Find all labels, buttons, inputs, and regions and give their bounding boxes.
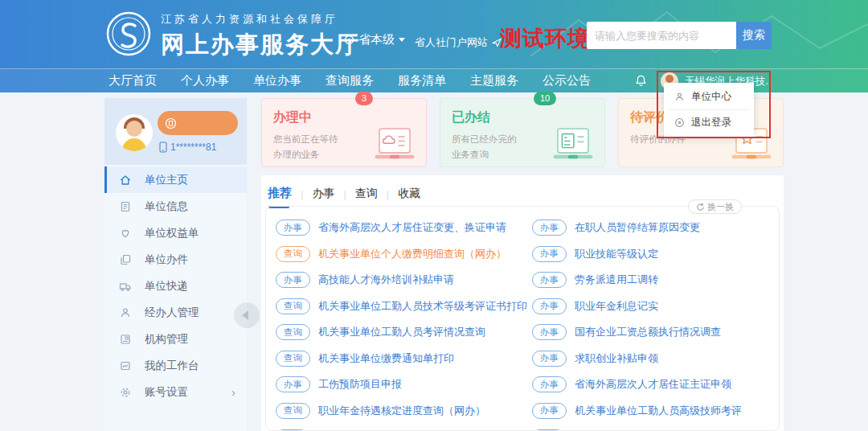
service-tag: 办事 <box>532 272 567 288</box>
sidebar-item-label: 经办人管理 <box>145 306 199 320</box>
test-environment-badge: 测试环境 <box>500 24 590 53</box>
service-list: 办事省海外高层次人才居住证变更、换证申请 查询机关事业单位个人缴费明细查询（网办… <box>265 206 780 431</box>
service-tag: 查询 <box>276 403 310 419</box>
laptop-checklist-icon <box>550 127 596 162</box>
card-title: 办理中 <box>273 109 415 126</box>
dropdown-item-unit-center[interactable]: 单位中心 <box>664 84 754 109</box>
service-tag: 办事 <box>532 220 567 236</box>
services-panel: 推荐 | 办事 | 查询 | 收藏 换一换 办事省海外高层次人才居住证变更、换证… <box>261 175 784 431</box>
card-completed[interactable]: 10 已办结 所有已经办完的 业务查询 <box>440 98 605 167</box>
service-column-right: 办事在职人员暂停结算原因变更 办事职业技能等级认定 办事劳务派遣用工调转 办事职… <box>522 215 779 430</box>
region-selector[interactable]: 省本级 <box>344 32 405 47</box>
tab-favorites[interactable]: 收藏 <box>398 187 420 208</box>
service-row[interactable]: 办事国有企业工资总额执行情况调查 <box>522 319 779 346</box>
workbench-chart-icon <box>119 359 132 372</box>
region-label: 省本级 <box>358 32 395 47</box>
user-dropdown-menu: 单位中心 退出登录 <box>664 83 754 137</box>
copy-icon <box>119 253 132 266</box>
sidebar-item-label: 我的工作台 <box>145 359 199 373</box>
sidebar-item-my-workbench[interactable]: 我的工作台 <box>104 352 247 379</box>
dropdown-item-label: 退出登录 <box>691 116 731 129</box>
service-row[interactable]: 办事在职人员暂停结算原因变更 <box>522 215 779 241</box>
service-label: 机关事业单位工勤人员考评情况查询 <box>318 325 485 339</box>
heart-icon <box>119 227 132 240</box>
service-tag: 查询 <box>276 351 310 367</box>
user-phone: 1********81 <box>159 142 216 153</box>
dropdown-item-logout[interactable]: 退出登录 <box>664 110 754 135</box>
service-row[interactable]: 查询机关事业单位工勤人员技术等级考评证书打印 <box>266 293 522 320</box>
unit-icon <box>165 117 177 129</box>
sidebar-item-unit-rights[interactable]: 单位权益单 <box>104 220 247 246</box>
sidebar-item-agent-management[interactable]: 经办人管理 <box>104 299 247 326</box>
service-tag: 办事 <box>532 376 567 392</box>
frame-icon <box>119 333 132 346</box>
truck-icon <box>119 280 132 293</box>
service-label: 在职人员暂停结算原因变更 <box>575 220 700 235</box>
sidebar-item-unit-express[interactable]: 单位快递 <box>104 273 247 299</box>
tab-separator: | <box>343 188 346 200</box>
service-row[interactable]: 办事省海外高层次人才居住证主证申领 <box>522 371 779 398</box>
service-row-highlighted[interactable]: 查询机关事业单位个人缴费明细查询（网办） <box>266 241 522 268</box>
service-tag: 办事 <box>276 376 310 392</box>
service-label: 职业技能等级认定 <box>575 247 658 261</box>
search-bar: 搜索 <box>587 22 772 49</box>
card-in-progress[interactable]: 3 办理中 您当前正在等待 办理的业务 <box>261 98 427 167</box>
service-row[interactable]: 办事职业技能等级认定 <box>522 241 779 268</box>
tab-recommended[interactable]: 推荐 <box>268 186 292 208</box>
sidebar-item-unit-cases[interactable]: 单位办件 <box>104 246 247 273</box>
sidebar-item-unit-info[interactable]: 单位信息 <box>104 193 247 220</box>
card-title: 已办结 <box>452 109 593 126</box>
org-logo-icon <box>106 11 151 56</box>
service-row[interactable]: 办事高技能人才海外培训补贴申请 <box>266 267 522 293</box>
service-row[interactable]: 办事劳务派遣用工调转 <box>522 267 779 293</box>
sidebar-item-org-management[interactable]: 机构管理 <box>104 326 247 352</box>
chevron-right-icon: › <box>231 385 235 399</box>
nav-item-personal[interactable]: 个人办事 <box>181 73 229 88</box>
nav-item-hall-home[interactable]: 大厅首页 <box>108 73 157 88</box>
search-input[interactable] <box>587 22 736 49</box>
app-window: 江苏省人力资源和社会保障厅 网上办事服务大厅 省本级 省人社门户网站 测试环境 … <box>0 0 868 431</box>
laptop-tasks-icon <box>371 127 418 162</box>
portal-website-link[interactable]: 省人社门户网站 <box>415 35 502 50</box>
service-row[interactable]: 办事机关事业单位工勤人员高级技师考评 <box>522 398 779 425</box>
service-label: 省海外高层次人才居住证主证申领 <box>575 377 731 392</box>
service-row[interactable]: 办事求职创业补贴申领 <box>522 346 779 372</box>
sidebar-item-label: 账号设置 <box>145 385 188 400</box>
service-label: 劳务派遣用工调转 <box>575 273 658 287</box>
dropdown-item-label: 单位中心 <box>691 90 731 104</box>
service-label: 国有企业工资总额执行情况调查 <box>575 325 721 339</box>
sidebar: 1********81 单位主页 单位信息 单位权益单 单位办件 单位 <box>104 98 247 431</box>
search-button[interactable]: 搜索 <box>736 22 772 49</box>
person-icon <box>674 92 685 102</box>
service-row[interactable]: 办事职业年金利息记实 <box>522 293 779 320</box>
service-row[interactable]: 查询机关事业单位缴费通知单打印 <box>266 346 522 372</box>
refresh-button[interactable]: 换一换 <box>688 199 742 214</box>
refresh-label: 换一换 <box>707 201 734 213</box>
nav-item-notices[interactable]: 公示公告 <box>542 73 591 88</box>
header: 江苏省人力资源和社会保障厅 网上办事服务大厅 省本级 省人社门户网站 测试环境 … <box>0 0 868 68</box>
service-row[interactable]: 查询职业年金待遇核定进度查询（网办） <box>266 398 522 425</box>
sidebar-user-card: 1********81 <box>104 98 247 165</box>
service-label: 工伤预防项目申报 <box>318 377 402 392</box>
service-row[interactable]: 办事省海外高层次人才居住证变更、换证申请 <box>266 215 522 241</box>
nav-item-query[interactable]: 查询服务 <box>326 73 374 88</box>
sidebar-item-unit-home[interactable]: 单位主页 <box>104 166 247 193</box>
tab-query[interactable]: 查询 <box>355 187 378 208</box>
service-row[interactable]: 查询机关事业单位工勤人员考评情况查询 <box>266 319 522 346</box>
service-tag: 办事 <box>532 324 567 340</box>
service-row[interactable]: 办事工伤预防项目申报 <box>266 371 522 398</box>
service-tag: 办事 <box>532 403 567 419</box>
page-title: 网上办事服务大厅 <box>161 29 360 61</box>
notification-bell-icon[interactable] <box>634 74 648 88</box>
tab-services[interactable]: 办事 <box>312 187 334 208</box>
service-tag: 办事 <box>532 298 567 314</box>
nav-item-theme[interactable]: 主题服务 <box>470 73 518 88</box>
tab-separator: | <box>387 188 389 200</box>
sidebar-item-account-settings[interactable]: 账号设置 › <box>104 379 247 405</box>
service-label: 机关事业单位工勤人员高级技师考评 <box>575 404 742 418</box>
service-label: 机关事业单位个人缴费明细查询（网办） <box>318 247 506 261</box>
location-pin-icon <box>344 35 354 45</box>
sidebar-collapse-handle[interactable] <box>234 302 260 328</box>
nav-item-unit[interactable]: 单位办事 <box>253 73 301 88</box>
nav-item-service-list[interactable]: 服务清单 <box>398 73 446 88</box>
